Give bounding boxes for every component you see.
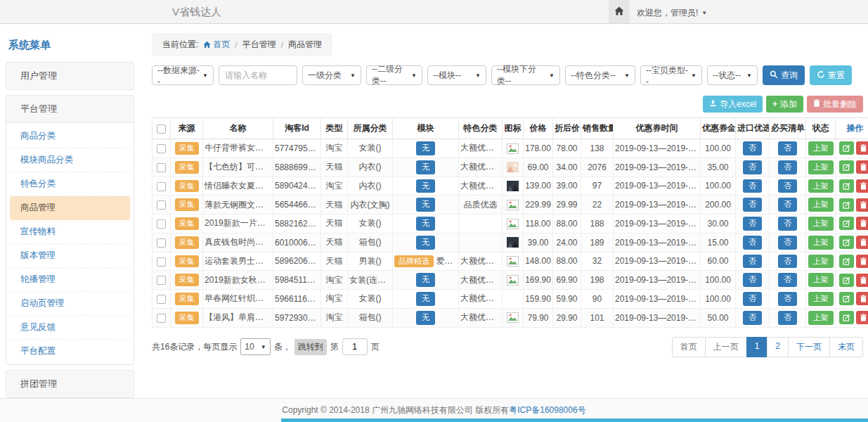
sidebar-item[interactable]: 轮播管理 <box>10 268 130 292</box>
import-excel-button[interactable]: 导入excel <box>703 96 763 113</box>
filter-select-3[interactable]: --模块--▼ <box>427 65 486 85</box>
filter-select-4[interactable]: --模块下分类--▼ <box>491 65 560 85</box>
edit-button[interactable] <box>839 160 854 174</box>
edit-button[interactable] <box>839 141 854 155</box>
sidebar-item[interactable]: 版本管理 <box>10 244 130 268</box>
sidebar-item[interactable]: 模块商品分类 <box>10 148 130 172</box>
must-buy-toggle-badge[interactable]: 否 <box>778 273 797 287</box>
import-toggle-badge[interactable]: 否 <box>743 198 762 212</box>
edit-button[interactable] <box>839 274 854 287</box>
edit-button[interactable] <box>839 311 854 324</box>
sidebar-group-header[interactable]: 平台管理 <box>6 96 134 122</box>
must-buy-toggle-badge[interactable]: 否 <box>778 255 797 269</box>
filter-select-7[interactable]: --状态--▼ <box>707 65 758 85</box>
must-buy-toggle-badge[interactable]: 否 <box>778 311 797 325</box>
row-checkbox[interactable] <box>157 144 166 153</box>
delete-button[interactable] <box>856 255 868 268</box>
page-button[interactable]: 末页 <box>829 337 863 357</box>
sidebar-item[interactable]: 平台配置 <box>10 340 130 363</box>
status-badge[interactable]: 上架 <box>808 255 834 269</box>
row-checkbox[interactable] <box>157 182 166 191</box>
status-badge[interactable]: 上架 <box>808 236 834 250</box>
sidebar-item[interactable]: 商品管理 <box>10 196 130 220</box>
edit-button[interactable] <box>839 179 854 193</box>
filter-select-6[interactable]: --宝贝类型--▼ <box>640 65 702 85</box>
status-badge[interactable]: 上架 <box>808 160 834 174</box>
import-toggle-badge[interactable]: 否 <box>743 273 762 287</box>
row-checkbox[interactable] <box>157 163 166 172</box>
filter-select-2[interactable]: --二级分类--▼ <box>366 65 422 85</box>
jump-page-input[interactable] <box>342 338 368 355</box>
sidebar-item[interactable]: 意见反馈 <box>10 316 130 340</box>
name-search-input[interactable] <box>219 65 297 85</box>
row-checkbox[interactable] <box>157 276 166 285</box>
delete-button[interactable] <box>856 311 868 324</box>
page-size-select[interactable]: 10 ▼ <box>240 338 270 355</box>
status-badge[interactable]: 上架 <box>808 311 834 325</box>
breadcrumb-home-link[interactable]: 首页 <box>203 39 230 51</box>
delete-button[interactable] <box>856 292 868 305</box>
import-toggle-badge[interactable]: 否 <box>743 311 762 325</box>
delete-button[interactable] <box>856 141 868 155</box>
page-button[interactable]: 2 <box>767 337 789 357</box>
import-toggle-badge[interactable]: 否 <box>743 160 762 174</box>
search-button[interactable]: 查询 <box>763 65 805 85</box>
must-buy-toggle-badge[interactable]: 否 <box>778 160 797 174</box>
delete-button[interactable] <box>856 274 868 287</box>
status-badge[interactable]: 上架 <box>808 217 834 231</box>
page-button[interactable]: 下一页 <box>788 337 830 357</box>
delete-button[interactable] <box>856 236 868 249</box>
import-toggle-badge[interactable]: 否 <box>743 236 762 250</box>
must-buy-toggle-badge[interactable]: 否 <box>778 141 797 155</box>
edit-button[interactable] <box>839 255 854 268</box>
must-buy-toggle-badge[interactable]: 否 <box>778 236 797 250</box>
sidebar-item[interactable]: 特色分类 <box>10 172 130 196</box>
sidebar-item[interactable]: 启动页管理 <box>10 292 130 316</box>
status-badge[interactable]: 上架 <box>808 292 834 306</box>
batch-delete-button[interactable]: 批量删除 <box>807 96 863 113</box>
sidebar-group-header[interactable]: 拼团管理 <box>6 371 134 397</box>
delete-button[interactable] <box>856 198 868 212</box>
delete-button[interactable] <box>856 217 868 230</box>
icp-link[interactable]: 粤ICP备16098006号 <box>509 404 585 416</box>
page-button[interactable]: 首页 <box>672 337 706 357</box>
row-checkbox[interactable] <box>157 295 166 304</box>
user-menu[interactable]: 欢迎您，管理员! ▼ <box>637 7 707 19</box>
row-checkbox[interactable] <box>157 200 166 210</box>
reset-button[interactable]: 重置 <box>810 65 852 85</box>
delete-button[interactable] <box>856 179 868 193</box>
must-buy-toggle-badge[interactable]: 否 <box>778 217 797 231</box>
add-button[interactable]: + 添加 <box>766 96 803 113</box>
status-badge[interactable]: 上架 <box>808 141 834 155</box>
edit-button[interactable] <box>839 217 854 230</box>
sidebar-item[interactable]: 商品分类 <box>10 124 130 148</box>
page-button[interactable]: 上一页 <box>705 337 747 357</box>
row-checkbox[interactable] <box>157 257 166 267</box>
data-source-select[interactable]: --数据来源--▼ <box>152 65 214 85</box>
must-buy-toggle-badge[interactable]: 否 <box>778 179 797 193</box>
status-badge[interactable]: 上架 <box>808 198 834 212</box>
edit-button[interactable] <box>839 198 854 212</box>
import-toggle-badge[interactable]: 否 <box>743 141 762 155</box>
edit-button[interactable] <box>839 292 854 305</box>
row-checkbox[interactable] <box>157 219 166 229</box>
import-toggle-badge[interactable]: 否 <box>743 217 762 231</box>
home-button[interactable] <box>609 0 630 23</box>
must-buy-toggle-badge[interactable]: 否 <box>778 198 797 212</box>
sidebar-item[interactable]: 宣传物料 <box>10 220 130 244</box>
filter-select-1[interactable]: 一级分类▼ <box>302 65 361 85</box>
page-button[interactable]: 1 <box>746 337 768 357</box>
must-buy-toggle-badge[interactable]: 否 <box>778 292 797 306</box>
row-checkbox[interactable] <box>157 238 166 248</box>
delete-button[interactable] <box>856 160 868 174</box>
edit-button[interactable] <box>839 236 854 249</box>
import-toggle-badge[interactable]: 否 <box>743 292 762 306</box>
filter-select-5[interactable]: --特色分类--▼ <box>565 65 635 85</box>
sidebar-group-header[interactable]: 用户管理 <box>6 63 134 89</box>
row-checkbox[interactable] <box>157 314 166 323</box>
import-toggle-badge[interactable]: 否 <box>743 255 762 269</box>
jump-button[interactable]: 跳转到 <box>294 339 327 355</box>
status-badge[interactable]: 上架 <box>808 273 834 287</box>
status-badge[interactable]: 上架 <box>808 179 834 193</box>
select-all-checkbox[interactable] <box>157 124 166 134</box>
